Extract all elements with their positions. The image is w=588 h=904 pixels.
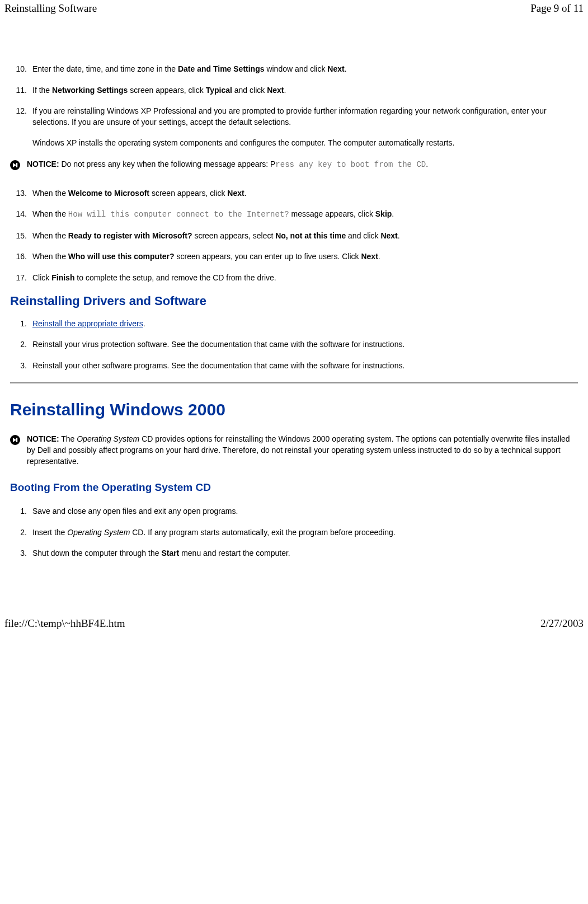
step-d3: 3. Shut down the computer through the St… [10,548,578,559]
step-c1: 1. Reinstall the appropriate drivers. [10,318,578,330]
page-footer: file://C:\temp\~hhBF4E.htm 2/27/2003 [0,615,588,632]
step-d2: 2. Insert the Operating System CD. If an… [10,527,578,538]
step-13: 13. When the Welcome to Microsoft screen… [10,188,578,199]
steps-list-a: 10. Enter the date, time, and time zone … [10,64,578,128]
step-number: 12. [10,106,32,128]
step-number: 2. [10,527,32,538]
step-text: If you are reinstalling Windows XP Profe… [32,106,578,128]
step-15: 15. When the Ready to register with Micr… [10,231,578,242]
steps-list-d: 1. Save and close any open files and exi… [10,506,578,559]
step-text: Click Finish to complete the setup, and … [32,273,578,284]
step-number: 10. [10,64,32,75]
step-text: Insert the Operating System CD. If any p… [32,527,578,538]
step-number: 1. [10,506,32,517]
step-number: 2. [10,339,32,350]
notice-box-1: NOTICE: Do not press any key when the fo… [10,159,578,174]
header-title: Reinstalling Software [4,2,97,15]
step-text: When the Ready to register with Microsof… [32,231,578,242]
step-number: 13. [10,188,32,199]
svg-rect-3 [16,438,17,442]
paragraph-restart: Windows XP installs the operating system… [32,138,578,149]
step-14: 14. When the How will this computer conn… [10,209,578,221]
step-10: 10. Enter the date, time, and time zone … [10,64,578,75]
step-12: 12. If you are reinstalling Windows XP P… [10,106,578,128]
step-text: If the Networking Settings screen appear… [32,85,578,96]
heading-win2000: Reinstalling Windows 2000 [10,400,578,419]
notice-box-2: NOTICE: The Operating System CD provides… [10,434,578,467]
step-17: 17. Click Finish to complete the setup, … [10,273,578,284]
step-text: Reinstall your virus protection software… [32,339,578,350]
content-area: 10. Enter the date, time, and time zone … [0,58,588,559]
steps-list-c: 1. Reinstall the appropriate drivers. 2.… [10,318,578,372]
heading-booting: Booting From the Operating System CD [10,481,578,494]
step-text: When the Who will use this computer? scr… [32,251,578,263]
step-11: 11. If the Networking Settings screen ap… [10,85,578,96]
step-text: Reinstall your other software programs. … [32,360,578,372]
step-number: 15. [10,231,32,242]
step-d1: 1. Save and close any open files and exi… [10,506,578,517]
step-number: 14. [10,209,32,221]
step-text: When the How will this computer connect … [32,209,578,221]
notice-text: NOTICE: Do not press any key when the fo… [27,159,428,174]
footer-path: file://C:\temp\~hhBF4E.htm [4,617,125,630]
step-number: 3. [10,548,32,559]
step-number: 17. [10,273,32,284]
notice-icon [10,434,27,467]
step-c3: 3. Reinstall your other software program… [10,360,578,372]
svg-rect-1 [16,163,17,167]
notice-icon [10,159,27,174]
heading-drivers: Reinstalling Drivers and Software [10,294,578,308]
steps-list-b: 13. When the Welcome to Microsoft screen… [10,188,578,284]
step-text: Shut down the computer through the Start… [32,548,578,559]
step-text: When the Welcome to Microsoft screen app… [32,188,578,199]
step-number: 1. [10,318,32,330]
step-number: 16. [10,251,32,263]
page-header: Reinstalling Software Page 9 of 11 [0,0,588,17]
reinstall-drivers-link[interactable]: Reinstall the appropriate drivers [32,319,143,328]
separator [10,382,578,383]
header-pageinfo: Page 9 of 11 [530,2,584,15]
step-text: Reinstall the appropriate drivers. [32,318,578,330]
step-16: 16. When the Who will use this computer?… [10,251,578,263]
notice-text: NOTICE: The Operating System CD provides… [27,434,578,467]
step-c2: 2. Reinstall your virus protection softw… [10,339,578,350]
footer-date: 2/27/2003 [540,617,584,630]
step-number: 3. [10,360,32,372]
step-text: Save and close any open files and exit a… [32,506,578,517]
step-text: Enter the date, time, and time zone in t… [32,64,578,75]
step-number: 11. [10,85,32,96]
